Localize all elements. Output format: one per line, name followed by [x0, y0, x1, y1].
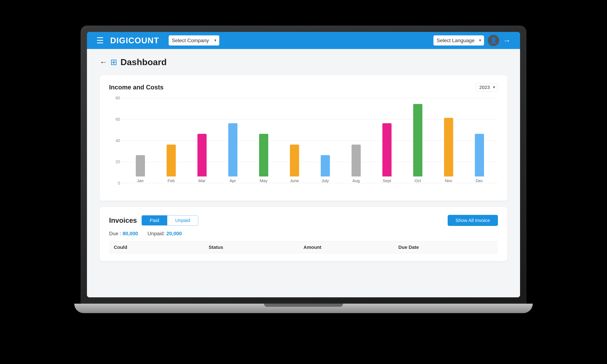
page-title: Dashboard	[120, 57, 167, 67]
show-all-invoice-button[interactable]: Show All Invoice	[448, 215, 498, 226]
company-select[interactable]: Select Company Company A Company B	[169, 35, 219, 46]
bar-sept	[382, 123, 392, 177]
chart-area: 80 60 40 20	[109, 98, 498, 193]
bar-label-jan: Jan	[137, 178, 144, 183]
main-content: ← ⊞ Dashboard Income and Costs 2023 2022…	[87, 49, 520, 297]
screen: ☰ DIGICOUNT Select Company Company A Com…	[87, 32, 520, 297]
col-due-date: Due Date	[398, 245, 493, 250]
bar-label-feb: Feb	[168, 178, 175, 183]
bar-label-apr: Apr	[229, 178, 236, 183]
laptop-base	[74, 304, 533, 313]
hamburger-icon[interactable]: ☰	[96, 36, 104, 45]
bar-mar	[198, 134, 207, 176]
page-header: ← ⊞ Dashboard	[100, 57, 507, 67]
chart-card-header: Income and Costs 2023 2022 2021	[109, 83, 498, 92]
dashboard-icon: ⊞	[110, 57, 117, 67]
bar-group-jan: Jan	[125, 98, 156, 183]
invoices-header: Invoices Paid Unpaid Show All Invoice	[109, 215, 498, 226]
bar-oct	[413, 104, 422, 176]
invoice-tabs: Paid Unpaid	[142, 215, 198, 225]
invoices-card: Invoices Paid Unpaid Show All Invoice Du…	[100, 207, 507, 261]
grid-label-0: 0	[111, 181, 120, 186]
bar-apr	[228, 123, 238, 177]
bar-label-aug: Aug	[352, 178, 360, 183]
grid-label-40: 40	[111, 138, 120, 143]
bar-label-nov: Nov	[445, 178, 452, 183]
bar-group-nov: Nov	[433, 98, 464, 183]
nav-right: Select Language English Hindi 👤 →	[434, 35, 511, 46]
bar-group-mar: Mar	[186, 98, 217, 183]
avatar-icon: 👤	[490, 37, 497, 44]
bar-label-oct: Oct	[414, 178, 421, 183]
table-header: Could Status Amount Due Date	[109, 241, 498, 253]
col-could: Could	[114, 245, 209, 250]
bar-label-dec: Dec	[476, 178, 483, 183]
year-select[interactable]: 2023 2022 2021	[476, 83, 498, 92]
unpaid-info: Unpaid: 20,000	[147, 231, 182, 236]
bar-may	[259, 134, 268, 176]
bar-label-june: June	[290, 178, 299, 183]
year-select-wrapper: 2023 2022 2021	[476, 83, 498, 92]
bar-group-sept: Sept	[371, 98, 402, 183]
brand-name: DIGICOUNT	[110, 36, 159, 45]
bar-jan	[136, 155, 145, 176]
due-label: Due :	[109, 231, 121, 236]
company-select-wrapper: Select Company Company A Company B	[169, 35, 219, 46]
bar-group-aug: Aug	[341, 98, 371, 183]
bar-nov	[444, 118, 453, 176]
avatar-button[interactable]: 👤	[488, 35, 499, 46]
bar-aug	[352, 144, 361, 177]
bar-dec	[475, 134, 484, 176]
bar-group-dec: Dec	[464, 98, 495, 183]
tab-paid[interactable]: Paid	[142, 216, 167, 225]
bar-label-may: May	[260, 178, 267, 183]
bar-group-apr: Apr	[217, 98, 248, 183]
bar-july	[321, 155, 330, 176]
bar-label-mar: Mar	[198, 178, 206, 183]
col-status: Status	[209, 245, 304, 250]
bar-feb	[167, 144, 176, 177]
bar-label-sept: Sept	[383, 178, 391, 183]
bar-june	[290, 144, 299, 177]
bars-container: JanFebMarAprMayJuneJulyAugSeptOctNovDec	[122, 98, 498, 183]
back-button[interactable]: ←	[100, 58, 107, 66]
unpaid-label: Unpaid:	[147, 231, 165, 236]
screen-bezel: ☰ DIGICOUNT Select Company Company A Com…	[81, 26, 526, 304]
grid-label-80: 80	[111, 96, 120, 101]
bar-group-july: July	[310, 98, 341, 183]
navbar: ☰ DIGICOUNT Select Company Company A Com…	[87, 32, 520, 49]
invoice-title: Invoices	[109, 216, 137, 224]
col-amount: Amount	[304, 245, 398, 250]
bar-label-july: July	[321, 178, 329, 183]
income-costs-card: Income and Costs 2023 2022 2021	[100, 75, 507, 201]
unpaid-value: 20,000	[166, 231, 182, 236]
logout-button[interactable]: →	[503, 36, 511, 45]
bar-group-may: May	[248, 98, 279, 183]
tab-unpaid[interactable]: Unpaid	[167, 216, 198, 225]
grid-label-20: 20	[111, 159, 120, 164]
due-info: Due : 80,000	[109, 231, 138, 236]
bar-group-oct: Oct	[402, 98, 433, 183]
laptop-container: ☰ DIGICOUNT Select Company Company A Com…	[74, 26, 533, 338]
bar-group-feb: Feb	[156, 98, 186, 183]
due-value: 80,000	[122, 231, 138, 236]
bar-group-june: June	[279, 98, 310, 183]
grid-label-60: 60	[111, 117, 120, 122]
language-select[interactable]: Select Language English Hindi	[434, 35, 484, 46]
invoice-meta: Due : 80,000 Unpaid: 20,000	[109, 231, 498, 236]
chart-title: Income and Costs	[109, 84, 164, 91]
language-select-wrapper: Select Language English Hindi	[434, 35, 484, 46]
